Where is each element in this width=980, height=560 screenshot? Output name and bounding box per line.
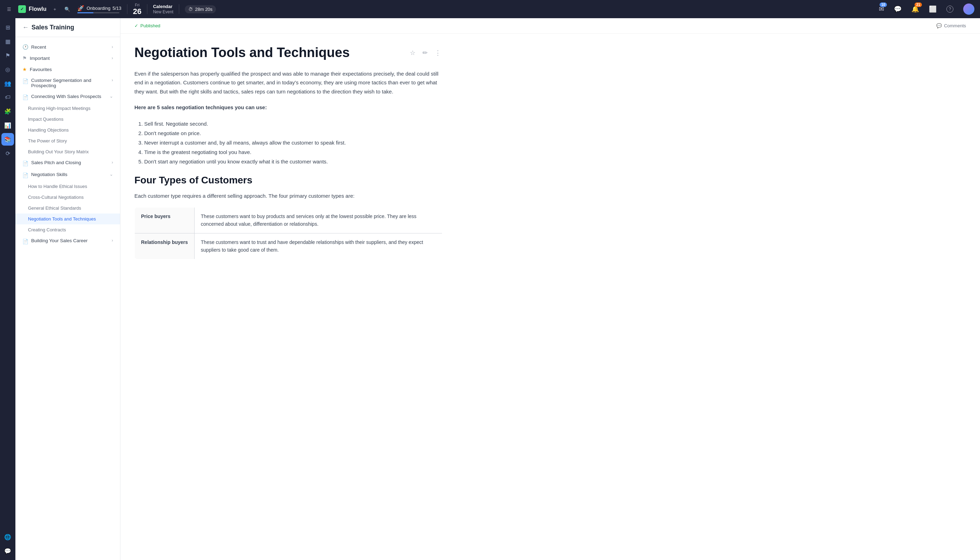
sidebar-item-neg-tools[interactable]: Negotiation Tools and Techniques (15, 213, 120, 224)
nav-divider (127, 4, 127, 14)
negotiation-skills-label: Negotiation Skills (31, 172, 107, 177)
sidebar-item-recent[interactable]: 🕐 Recent › (15, 41, 120, 52)
nav-sidebar-title: Sales Training (32, 24, 74, 31)
onboarding-progress-bar (77, 12, 119, 13)
sidebar-icon-chart[interactable]: 📊 (2, 119, 14, 132)
building-career-icon: 📄 (22, 239, 28, 244)
date-display: Fri 26 (133, 3, 142, 15)
calendar-widget[interactable]: Calendar New Event (153, 4, 173, 14)
sidebar-item-building-career[interactable]: 📄 Building Your Sales Career › (15, 235, 120, 247)
bell-badge: 21 (915, 2, 922, 7)
nav-sidebar: ← Sales Training 🕐 Recent › ⚑ Important … (15, 18, 120, 560)
comments-button[interactable]: 💬 Comments (936, 23, 966, 28)
sidebar-item-impact-questions[interactable]: Impact Questions (15, 114, 120, 125)
avatar-image (963, 3, 974, 15)
user-avatar[interactable] (963, 3, 974, 15)
sidebar-icon-kb[interactable]: 📚 (2, 133, 14, 146)
sales-pitch-chevron: › (112, 160, 113, 165)
onboarding-label: Onboarding (87, 6, 110, 11)
sidebar-item-ethical-issues[interactable]: How to Handle Ethical Issues (15, 181, 120, 192)
table-row-price-buyers: Price buyers These customers want to buy… (135, 208, 442, 233)
technique-4: Time is the greatest negotiating tool yo… (144, 147, 442, 157)
sidebar-icon-workflow[interactable]: ⟳ (2, 147, 14, 160)
sidebar-item-general-ethical[interactable]: General Ethical Standards (15, 203, 120, 213)
content-topbar: ✓ Published 💬 Comments (120, 18, 980, 33)
nav-divider-3 (179, 4, 179, 14)
sidebar-item-cross-cultural[interactable]: Cross-Cultural Negotiations (15, 192, 120, 203)
customer-seg-chevron: › (112, 78, 113, 83)
recent-icon: 🕐 (22, 44, 28, 50)
customer-seg-icon: 📄 (22, 78, 28, 84)
nav-back-button[interactable]: ← (22, 24, 29, 31)
sidebar-item-building-matrix[interactable]: Building Out Your Story Matrix (15, 146, 120, 157)
sidebar-icon-grid[interactable]: ▦ (2, 35, 14, 48)
sidebar-icon-puzzle[interactable]: 🧩 (2, 105, 14, 118)
creating-contracts-label: Creating Contracts (28, 227, 113, 232)
sidebar-item-power-of-story[interactable]: The Power of Story (15, 135, 120, 146)
published-label: Published (140, 23, 160, 28)
ethical-issues-label: How to Handle Ethical Issues (28, 184, 113, 189)
power-of-story-label: The Power of Story (28, 138, 113, 143)
sales-pitch-icon: 📄 (22, 161, 28, 166)
sidebar-icon-flag[interactable]: ⚑ (2, 49, 14, 62)
chat-button[interactable]: ⬜ (928, 4, 938, 14)
hamburger-button[interactable]: ☰ (6, 5, 13, 13)
day-number: 26 (133, 8, 142, 15)
nav-divider-2 (147, 4, 147, 14)
sidebar-item-favourites[interactable]: ★ Favourites (15, 64, 120, 75)
important-icon: ⚑ (22, 55, 27, 61)
bell-button[interactable]: 🔔 21 (910, 4, 920, 14)
recent-chevron: › (112, 45, 113, 49)
timer-widget[interactable]: ⏱ 28m 20s (185, 5, 216, 13)
search-button[interactable]: 🔍 (63, 5, 72, 13)
sidebar-item-important[interactable]: ⚑ Important › (15, 52, 120, 64)
plus-icon: + (53, 7, 57, 12)
connecting-icon: 📄 (22, 95, 28, 100)
star-article-button[interactable]: ☆ (408, 48, 417, 58)
edit-article-button[interactable]: ✏ (421, 48, 429, 58)
sidebar-icon-circle[interactable]: ◎ (2, 63, 14, 76)
onboarding-progress-fill (77, 12, 93, 13)
handling-objections-label: Handling Objections (28, 127, 113, 133)
price-buyers-desc: These customers want to buy products and… (194, 208, 442, 233)
technique-2: Don't negotiate on price. (144, 128, 442, 138)
sidebar-icon-tag[interactable]: 🏷 (2, 91, 14, 103)
mail-button[interactable]: ✉ 10 (877, 4, 885, 14)
sidebar-item-customer-seg[interactable]: 📄 Customer Segmentation and Prospecting … (15, 75, 120, 91)
techniques-list: Sell first. Negotiate second. Don't nego… (134, 119, 442, 166)
shield-icon: ✓ (18, 5, 26, 13)
sidebar-item-running-meetings[interactable]: Running High-Impact Meetings (15, 103, 120, 114)
sidebar-icon-home[interactable]: ⊞ (2, 21, 14, 33)
sidebar-icon-users[interactable]: 👥 (2, 77, 14, 90)
timer-icon: ⏱ (188, 7, 193, 12)
customer-types-heading: Four Types of Customers (134, 175, 442, 186)
sidebar-item-creating-contracts[interactable]: Creating Contracts (15, 224, 120, 235)
help-button[interactable]: ? (945, 4, 955, 14)
timer-value: 28m 20s (195, 7, 212, 12)
mail-badge: 10 (880, 2, 887, 7)
article-title: Negotiation Tools and Techniques (134, 45, 404, 61)
logo: ✓ Flowlu (18, 5, 47, 13)
sidebar-item-handling-objections[interactable]: Handling Objections (15, 125, 120, 135)
article-body: Even if the salesperson has properly qua… (134, 69, 442, 259)
onboarding-progress: 5/13 (112, 6, 121, 11)
chat-icon: ⬜ (929, 5, 937, 13)
connecting-chevron: ⌄ (110, 94, 113, 99)
sidebar-item-sales-pitch[interactable]: 📄 Sales Pitch and Closing › (15, 157, 120, 169)
date-section: Fri 26 (133, 3, 142, 15)
sidebar-item-negotiation-skills[interactable]: 📄 Negotiation Skills ⌄ (15, 169, 120, 181)
building-career-chevron: › (112, 238, 113, 243)
sidebar-icon-chat2[interactable]: 💬 (2, 545, 14, 557)
sidebar-icon-globe[interactable]: 🌐 (2, 531, 14, 543)
sidebar-item-connecting[interactable]: 📄 Connecting With Sales Prospects ⌄ (15, 91, 120, 103)
message-icon: 💬 (894, 5, 902, 13)
neg-tools-label: Negotiation Tools and Techniques (28, 216, 113, 222)
add-button[interactable]: + (52, 5, 58, 13)
technique-5: Don't start any negotiation until you kn… (144, 157, 442, 166)
message-button[interactable]: 💬 (892, 4, 903, 14)
table-row-relationship-buyers: Relationship buyers These customers want… (135, 233, 442, 259)
published-badge: ✓ Published (134, 23, 160, 28)
intro-paragraph: Even if the salesperson has properly qua… (134, 69, 442, 96)
calendar-sub: New Event (153, 10, 173, 14)
more-article-button[interactable]: ⋮ (433, 48, 442, 58)
